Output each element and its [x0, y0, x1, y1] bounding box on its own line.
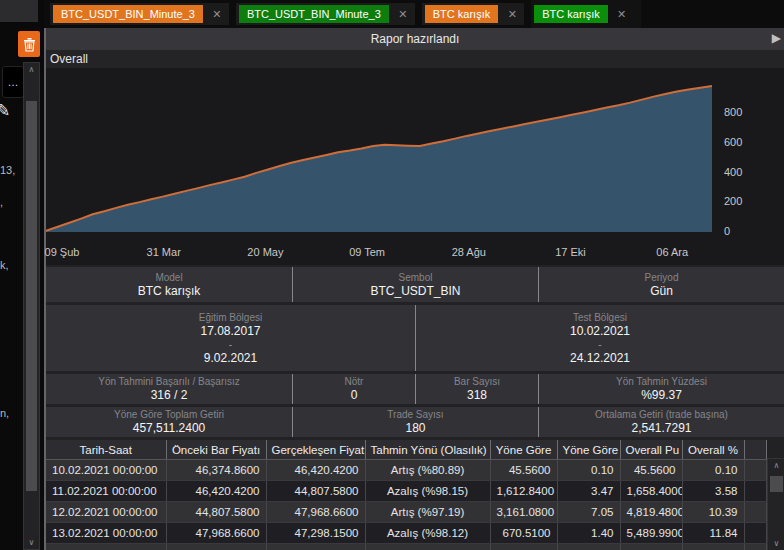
table-cell: 11.84 — [682, 523, 744, 544]
edit-pencil-icon[interactable]: ✎ — [0, 100, 10, 121]
column-header[interactable]: Yöne Göre — [490, 440, 557, 460]
table-cell: 1,658.4000 — [620, 481, 682, 502]
period-cell: Periyod Gün — [538, 267, 784, 302]
table-cell: 13.02.2021 00:00:00 — [46, 523, 166, 544]
column-header[interactable]: Overall Pu — [620, 440, 682, 460]
table-cell: 5,489.9900 — [620, 523, 682, 544]
symbol-cell: Sembol BTC_USDT_BIN — [292, 267, 538, 302]
table-scrollbar[interactable]: ∧ ∨ — [767, 458, 784, 550]
tab-label[interactable]: BTC_USDT_BIN_Minute_3 — [53, 5, 203, 23]
table-row[interactable]: 14.02.2021 00:00:0047,298.150047,156.780… — [46, 544, 766, 550]
scroll-down-icon[interactable]: ∨ — [768, 537, 784, 550]
tab-label[interactable]: BTC karışık — [425, 5, 498, 23]
table-cell: 45.5600 — [620, 460, 682, 481]
column-header-filler — [744, 440, 766, 460]
tab-label[interactable]: BTC_USDT_BIN_Minute_3 — [239, 5, 389, 23]
table-cell: 47,298.1500 — [166, 544, 266, 550]
table-cell: 46,420.4200 — [166, 481, 266, 502]
delete-report-button[interactable] — [18, 31, 40, 57]
scroll-up-icon[interactable]: ∧ — [768, 459, 784, 472]
close-icon[interactable]: ✕ — [394, 8, 412, 21]
tab-label[interactable]: BTC karışık — [534, 5, 607, 23]
table-cell: 3,161.0800 — [490, 502, 557, 523]
column-header[interactable]: Tarih-Saat — [46, 440, 166, 460]
total-return-cell: Yöne Göre Toplam Getiri 457,511.2400 — [46, 407, 292, 437]
table-cell: 44,807.5800 — [266, 481, 365, 502]
column-header[interactable]: Yöne Göre — [557, 440, 620, 460]
table-cell: 14.02.2021 00:00:00 — [46, 544, 166, 550]
scroll-down-icon[interactable]: ∨ — [24, 536, 39, 549]
table-cell: 0.10 — [682, 460, 744, 481]
report-panel: Rapor hazırlandı ▶ Overall 0200400600800… — [44, 28, 784, 550]
table-cell: 47,968.6600 — [166, 523, 266, 544]
column-header[interactable]: Overall % — [682, 440, 744, 460]
train-range-cell: Eğitim Bölgesi 17.08.2017 - 9.02.2021 — [46, 305, 415, 371]
y-tick-label: 600 — [724, 136, 764, 148]
close-icon[interactable]: ✕ — [208, 8, 226, 21]
tab-btc-usdt-bin-minute-3-b[interactable]: BTC_USDT_BIN_Minute_3 ✕ — [236, 3, 415, 25]
table-cell: 141.3700 — [490, 544, 557, 550]
table-cell: 670.5100 — [490, 523, 557, 544]
sidebar-corner-block — [0, 0, 40, 24]
info-row-ranges: Eğitim Bölgesi 17.08.2017 - 9.02.2021 Te… — [46, 305, 784, 371]
direction-success-cell: Yön Tahmini Başarılı / Başarısız 316 / 2 — [46, 374, 292, 404]
y-tick-label: 200 — [724, 195, 764, 207]
y-tick-label: 400 — [724, 166, 764, 178]
column-header[interactable]: Önceki Bar Fiyatı — [166, 440, 266, 460]
table-cell: 46,374.8600 — [166, 460, 266, 481]
avg-return-cell: Ortalama Getiri (trade başına) 2,541.729… — [538, 407, 784, 437]
test-range-cell: Test Bölgesi 10.02.2021 - 24.12.2021 — [415, 305, 784, 371]
table-cell: 44,807.5800 — [166, 502, 266, 523]
tab-btc-karisik-a[interactable]: BTC karışık ✕ — [422, 3, 524, 25]
sidebar-scrollbar[interactable]: ∧ ∨ — [23, 62, 40, 550]
table-cell: 45.5600 — [490, 460, 557, 481]
scrollbar-thumb[interactable] — [770, 476, 783, 492]
section-title: Overall — [50, 52, 88, 66]
close-icon[interactable]: ✕ — [503, 8, 521, 21]
sidebar-text-fragment: n, — [0, 407, 9, 419]
bar-count-cell: Bar Sayısı 318 — [415, 374, 538, 404]
table-cell: 47,298.1500 — [266, 523, 365, 544]
table-cell-filler — [744, 502, 766, 523]
table-cell: 10.02.2021 00:00:00 — [46, 460, 166, 481]
area-chart-plot[interactable] — [46, 70, 712, 234]
x-tick-label: 31 Mar — [147, 246, 181, 258]
table-header-row: Tarih-SaatÖnceki Bar FiyatıGerçekleşen F… — [46, 440, 766, 460]
table-cell: 11.02.2021 00:00:00 — [46, 481, 166, 502]
y-tick-label: 800 — [724, 106, 764, 118]
trades-table: Tarih-SaatÖnceki Bar FiyatıGerçekleşen F… — [46, 440, 767, 550]
table-cell: 5,631.3600 — [620, 544, 682, 550]
table-cell: 3.58 — [682, 481, 744, 502]
trash-icon — [23, 37, 36, 52]
info-row-returns: Yöne Göre Toplam Getiri 457,511.2400 Tra… — [46, 407, 784, 437]
tab-btc-karisik-b-active[interactable]: BTC karışık ✕ — [531, 0, 640, 28]
table-row[interactable]: 12.02.2021 00:00:0044,807.580047,968.660… — [46, 502, 766, 523]
tab-btc-usdt-bin-minute-3-a[interactable]: BTC_USDT_BIN_Minute_3 ✕ — [50, 3, 229, 25]
model-cell: Model BTC karışık — [46, 267, 292, 302]
table-body: 10.02.2021 00:00:0046,374.860046,420.420… — [46, 460, 766, 550]
section-header: Overall — [46, 50, 784, 68]
column-header[interactable]: Tahmin Yönü (Olasılık) — [365, 440, 490, 460]
close-icon[interactable]: ✕ — [613, 8, 631, 21]
table-cell: 4,819.4800 — [620, 502, 682, 523]
table-cell-filler — [744, 460, 766, 481]
scrollbar-thumb[interactable] — [26, 101, 37, 491]
sidebar-text-fragment: k, — [0, 259, 9, 271]
more-options-button[interactable]: … — [2, 66, 24, 98]
x-tick-label: 28 Ağu — [452, 246, 486, 258]
table-row[interactable]: 13.02.2021 00:00:0047,968.660047,298.150… — [46, 523, 766, 544]
table-cell: 1,612.8400 — [490, 481, 557, 502]
table-cell: 0.30 — [557, 544, 620, 550]
expand-right-icon[interactable]: ▶ — [772, 31, 781, 45]
table-row[interactable]: 11.02.2021 00:00:0046,420.420044,807.580… — [46, 481, 766, 502]
app-window: … ✎ 13, , k, n, ∧ ∨ BTC_USDT_BIN_Minute_… — [0, 0, 784, 550]
x-tick-label: 09 Şub — [45, 246, 80, 258]
y-tick-label: 0 — [724, 225, 764, 237]
equity-curve-chart[interactable]: 0200400600800 09 Şub31 Mar20 May09 Tem28… — [46, 68, 784, 265]
table-row[interactable]: 10.02.2021 00:00:0046,374.860046,420.420… — [46, 460, 766, 481]
table-cell: Artış (%80.89) — [365, 460, 490, 481]
table-cell: 12.02.2021 00:00:00 — [46, 502, 166, 523]
scroll-up-icon[interactable]: ∧ — [24, 63, 39, 76]
column-header[interactable]: Gerçekleşen Fiyat — [266, 440, 365, 460]
table-cell: 46,420.4200 — [266, 460, 365, 481]
